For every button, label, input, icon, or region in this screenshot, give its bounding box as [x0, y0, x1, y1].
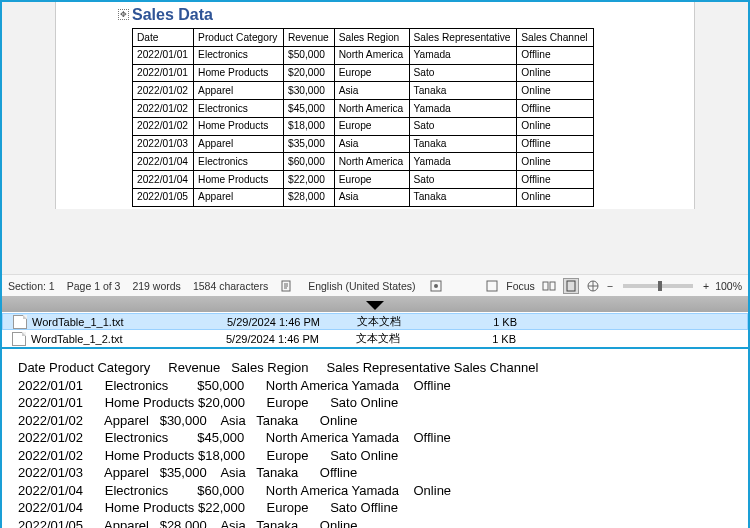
- macro-icon[interactable]: [428, 278, 444, 294]
- table-cell[interactable]: Electronics: [194, 100, 284, 118]
- table-cell[interactable]: Home Products: [194, 171, 284, 189]
- status-page[interactable]: Page 1 of 3: [67, 280, 121, 292]
- status-language[interactable]: English (United States): [308, 280, 415, 292]
- table-row[interactable]: 2022/01/01Home Products$20,000EuropeSato…: [133, 64, 594, 82]
- table-cell[interactable]: 2022/01/04: [133, 171, 194, 189]
- table-cell[interactable]: 2022/01/02: [133, 100, 194, 118]
- file-row[interactable]: WordTable_1_1.txt5/29/2024 1:46 PM文本文档1 …: [2, 313, 748, 330]
- table-cell[interactable]: $50,000: [283, 46, 334, 64]
- table-row[interactable]: 2022/01/02Home Products$18,000EuropeSato…: [133, 117, 594, 135]
- zoom-percent[interactable]: 100%: [715, 280, 742, 292]
- table-cell[interactable]: Online: [517, 153, 594, 171]
- table-cell[interactable]: Europe: [334, 117, 409, 135]
- table-cell[interactable]: Home Products: [194, 117, 284, 135]
- table-cell[interactable]: $28,000: [283, 188, 334, 206]
- preview-line: 2022/01/02 Apparel $30,000 Asia Tanaka O…: [18, 412, 732, 430]
- table-row[interactable]: 2022/01/03Apparel$35,000AsiaTanakaOfflin…: [133, 135, 594, 153]
- file-list[interactable]: WordTable_1_1.txt5/29/2024 1:46 PM文本文档1 …: [2, 312, 748, 347]
- preview-header: Date Product Category Revenue Sales Regi…: [18, 359, 732, 377]
- file-icon: [13, 315, 27, 329]
- table-cell[interactable]: Tanaka: [409, 82, 517, 100]
- document-area[interactable]: ✥ Sales Data DateProduct CategoryRevenue…: [2, 2, 748, 274]
- table-cell[interactable]: Apparel: [194, 188, 284, 206]
- table-cell[interactable]: 2022/01/03: [133, 135, 194, 153]
- table-cell[interactable]: $18,000: [283, 117, 334, 135]
- table-cell[interactable]: North America: [334, 46, 409, 64]
- table-cell[interactable]: 2022/01/01: [133, 46, 194, 64]
- table-header-cell[interactable]: Date: [133, 29, 194, 47]
- focus-mode-icon[interactable]: [484, 278, 500, 294]
- table-cell[interactable]: 2022/01/01: [133, 64, 194, 82]
- table-cell[interactable]: Online: [517, 117, 594, 135]
- table-row[interactable]: 2022/01/02Electronics$45,000North Americ…: [133, 100, 594, 118]
- table-cell[interactable]: Offline: [517, 171, 594, 189]
- table-header-cell[interactable]: Sales Representative: [409, 29, 517, 47]
- table-cell[interactable]: Electronics: [194, 46, 284, 64]
- focus-label[interactable]: Focus: [506, 280, 535, 292]
- table-cell[interactable]: Asia: [334, 188, 409, 206]
- table-cell[interactable]: 2022/01/02: [133, 82, 194, 100]
- table-cell[interactable]: North America: [334, 153, 409, 171]
- table-cell[interactable]: Home Products: [194, 64, 284, 82]
- table-row[interactable]: 2022/01/04Electronics$60,000North Americ…: [133, 153, 594, 171]
- table-cell[interactable]: Europe: [334, 171, 409, 189]
- table-cell[interactable]: 2022/01/02: [133, 117, 194, 135]
- table-row[interactable]: 2022/01/01Electronics$50,000North Americ…: [133, 46, 594, 64]
- table-cell[interactable]: 2022/01/05: [133, 188, 194, 206]
- status-section[interactable]: Section: 1: [8, 280, 55, 292]
- table-cell[interactable]: Sato: [409, 171, 517, 189]
- table-cell[interactable]: $20,000: [283, 64, 334, 82]
- table-cell[interactable]: Tanaka: [409, 135, 517, 153]
- preview-line: 2022/01/05 Apparel $28,000 Asia Tanaka O…: [18, 517, 732, 528]
- table-header-cell[interactable]: Sales Region: [334, 29, 409, 47]
- table-cell[interactable]: Offline: [517, 100, 594, 118]
- table-cell[interactable]: Apparel: [194, 135, 284, 153]
- table-cell[interactable]: $30,000: [283, 82, 334, 100]
- table-cell[interactable]: Tanaka: [409, 188, 517, 206]
- table-cell[interactable]: Europe: [334, 64, 409, 82]
- table-cell[interactable]: $60,000: [283, 153, 334, 171]
- table-cell[interactable]: Asia: [334, 82, 409, 100]
- print-layout-icon[interactable]: [563, 278, 579, 294]
- table-cell[interactable]: Online: [517, 64, 594, 82]
- table-header-cell[interactable]: Product Category: [194, 29, 284, 47]
- table-row[interactable]: 2022/01/04Home Products$22,000EuropeSato…: [133, 171, 594, 189]
- file-type: 文本文档: [357, 314, 457, 329]
- table-cell[interactable]: 2022/01/04: [133, 153, 194, 171]
- table-cell[interactable]: Yamada: [409, 100, 517, 118]
- table-cell[interactable]: North America: [334, 100, 409, 118]
- table-cell[interactable]: Yamada: [409, 46, 517, 64]
- preview-line: 2022/01/02 Electronics $45,000 North Ame…: [18, 429, 732, 447]
- table-move-handle-icon[interactable]: ✥: [118, 9, 129, 20]
- zoom-out-button[interactable]: −: [607, 280, 613, 292]
- table-cell[interactable]: Yamada: [409, 153, 517, 171]
- table-cell[interactable]: $45,000: [283, 100, 334, 118]
- table-cell[interactable]: $35,000: [283, 135, 334, 153]
- svg-rect-3: [487, 281, 497, 291]
- table-row[interactable]: 2022/01/02Apparel$30,000AsiaTanakaOnline: [133, 82, 594, 100]
- table-cell[interactable]: Apparel: [194, 82, 284, 100]
- table-cell[interactable]: Online: [517, 82, 594, 100]
- zoom-in-button[interactable]: +: [703, 280, 709, 292]
- file-row[interactable]: WordTable_1_2.txt5/29/2024 1:46 PM文本文档1 …: [2, 330, 748, 347]
- table-cell[interactable]: Asia: [334, 135, 409, 153]
- table-cell[interactable]: Offline: [517, 46, 594, 64]
- table-cell[interactable]: Sato: [409, 64, 517, 82]
- table-cell[interactable]: $22,000: [283, 171, 334, 189]
- sales-table[interactable]: DateProduct CategoryRevenueSales RegionS…: [132, 28, 594, 207]
- file-name: WordTable_1_1.txt: [32, 316, 227, 328]
- web-layout-icon[interactable]: [585, 278, 601, 294]
- table-row[interactable]: 2022/01/05Apparel$28,000AsiaTanakaOnline: [133, 188, 594, 206]
- status-chars[interactable]: 1584 characters: [193, 280, 268, 292]
- status-words[interactable]: 219 words: [132, 280, 180, 292]
- table-header-cell[interactable]: Revenue: [283, 29, 334, 47]
- table-cell[interactable]: Electronics: [194, 153, 284, 171]
- zoom-slider[interactable]: [623, 284, 693, 288]
- spellcheck-icon[interactable]: [280, 278, 296, 294]
- table-cell[interactable]: Online: [517, 188, 594, 206]
- file-date: 5/29/2024 1:46 PM: [227, 316, 357, 328]
- read-mode-icon[interactable]: [541, 278, 557, 294]
- table-cell[interactable]: Sato: [409, 117, 517, 135]
- table-cell[interactable]: Offline: [517, 135, 594, 153]
- table-header-cell[interactable]: Sales Channel: [517, 29, 594, 47]
